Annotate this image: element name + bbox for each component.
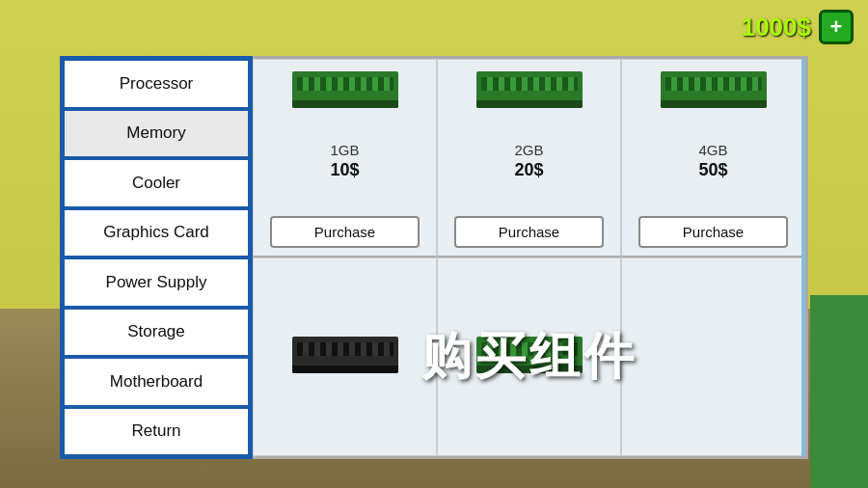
ram-image-1gb (292, 71, 398, 108)
top-bar: 1000$ + (742, 10, 854, 44)
add-currency-button[interactable]: + (819, 10, 854, 44)
product-size-4gb: 4GB (698, 142, 727, 158)
sidebar-item-return[interactable]: Return (63, 407, 250, 457)
product-size-1gb: 1GB (330, 142, 359, 158)
purchase-button-2gb[interactable]: Purchase (454, 216, 605, 248)
sidebar-item-processor[interactable]: Processor (63, 59, 250, 109)
product-size-2gb: 2GB (514, 142, 543, 158)
product-price-1gb: 10$ (330, 160, 359, 180)
sidebar-item-storage[interactable]: Storage (63, 308, 250, 358)
sidebar: Processor Memory Cooler Graphics Card Po… (60, 56, 253, 459)
ram-image-2gb (476, 71, 583, 108)
product-grid: 1GB 10$ Purchase 2GB 20$ Purchase 4GB (253, 59, 805, 456)
product-cell-bottom-2 (437, 258, 621, 456)
currency-display: 1000$ (742, 13, 811, 42)
sidebar-item-power-supply[interactable]: Power Supply (63, 258, 250, 308)
product-info-2gb: 2GB 20$ (514, 112, 543, 216)
purchase-button-1gb[interactable]: Purchase (270, 216, 420, 248)
sidebar-item-cooler[interactable]: Cooler (63, 158, 250, 208)
product-info-1gb: 1GB 10$ (330, 112, 359, 216)
product-info-4gb: 4GB 50$ (698, 112, 727, 216)
main-content: Processor Memory Cooler Graphics Card Po… (60, 56, 808, 459)
sidebar-item-motherboard[interactable]: Motherboard (63, 357, 250, 407)
product-cell-bottom-1 (253, 258, 437, 456)
ram-image-4gb (661, 71, 767, 108)
ram-image-dark-1 (292, 337, 398, 373)
sidebar-item-graphics-card[interactable]: Graphics Card (63, 208, 250, 258)
product-cell-bottom-3 (621, 258, 805, 456)
product-cell-4gb: 4GB 50$ Purchase (621, 59, 805, 258)
ram-image-green-2 (476, 337, 583, 373)
product-area: 1GB 10$ Purchase 2GB 20$ Purchase 4GB (253, 56, 808, 459)
product-cell-1gb: 1GB 10$ Purchase (253, 59, 437, 258)
sidebar-item-memory[interactable]: Memory (63, 109, 250, 159)
green-box (810, 295, 868, 488)
product-cell-2gb: 2GB 20$ Purchase (437, 59, 621, 258)
product-price-4gb: 50$ (698, 160, 727, 180)
product-price-2gb: 20$ (514, 160, 543, 180)
purchase-button-4gb[interactable]: Purchase (638, 216, 789, 248)
